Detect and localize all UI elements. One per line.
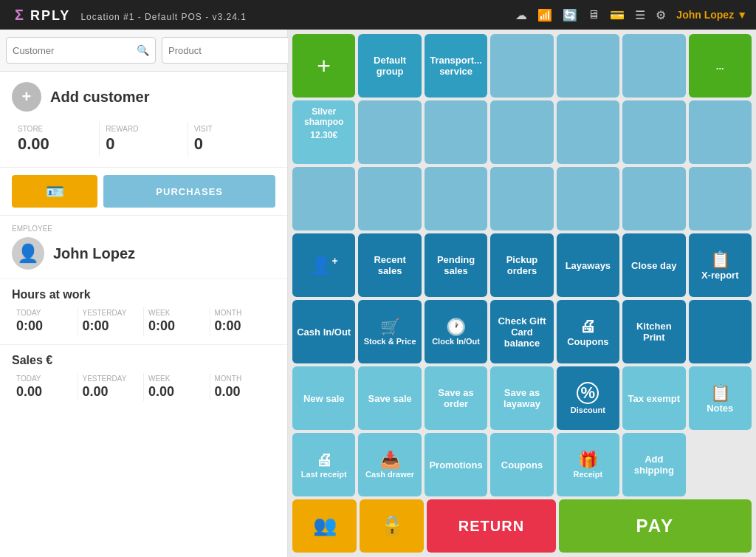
print-icon: 🖨 (580, 317, 596, 336)
tile-save-sale[interactable]: Save sale (358, 366, 421, 430)
wallet-icon[interactable]: 💳 (610, 8, 625, 22)
reward-label: REWARD (106, 125, 181, 133)
tile-empty-11 (358, 167, 421, 230)
sales-week-label: WEEK (148, 375, 205, 383)
tile-stock-price[interactable]: 🛒 Stock & Price (358, 300, 421, 363)
tile-empty-6 (490, 100, 553, 164)
signal-icon: 📶 (537, 8, 552, 22)
sales-title: Sales € (12, 354, 275, 367)
sales-month: MONTH 0.00 (210, 373, 276, 401)
add-customer-button[interactable]: + (12, 82, 41, 112)
tile-empty-3 (622, 34, 685, 98)
topbar-icons: ☁ 📶 🔄 🖥 💳 ☰ ⚙ John Lopez ▼ (515, 8, 747, 22)
tile-empty-1 (490, 34, 553, 98)
right-panel: + Default group Transport...service ... … (288, 30, 756, 557)
employee-section: EMPLOYEE 👤 John Lopez (0, 216, 287, 279)
tile-empty-10 (292, 167, 355, 230)
sales-today-value: 0.00 (16, 384, 73, 400)
tile-receipt-gift[interactable]: 🎁 Receipt (557, 433, 619, 496)
product-search-input[interactable] (168, 45, 292, 56)
customer-stats: STORE 0.00 REWARD 0 VISIT 0 (12, 122, 275, 157)
sales-month-value: 0.00 (215, 384, 272, 400)
lock-button[interactable]: 🔒 (360, 499, 424, 553)
add-customer-row: + Add customer (12, 82, 275, 112)
sales-month-label: MONTH (215, 375, 272, 383)
hours-section: Hours at work TODAY 0:00 YESTERDAY 0:00 … (0, 279, 287, 345)
grid-row-6: New sale Save sale Save as order Save as… (292, 366, 752, 430)
tile-discount[interactable]: % Discount (557, 366, 619, 430)
tile-close-day[interactable]: Close day (622, 233, 685, 297)
tile-save-as-layaway[interactable]: Save as layaway (490, 366, 553, 430)
logo: ΣRPLY Location #1 - Default POS - v3.24.… (9, 7, 247, 24)
clock-icon: 🕐 (446, 318, 466, 337)
tile-empty-5 (425, 100, 487, 164)
visit-stat: VISIT 0 (188, 122, 275, 157)
customer-info: + Add customer STORE 0.00 REWARD 0 VISIT… (0, 72, 287, 168)
pay-label: PAY (636, 516, 674, 536)
purchases-button[interactable]: PURCHASES (103, 175, 275, 208)
tile-cash-in-out[interactable]: Cash In/Out (292, 300, 355, 363)
grid-row-1: + Default group Transport...service ... (292, 34, 752, 98)
cloud-icon[interactable]: ☁ (515, 8, 527, 22)
tile-recent-sales[interactable]: Recent sales (358, 233, 421, 297)
sales-week: WEEK 0.00 (144, 373, 210, 401)
tile-transport-service[interactable]: Transport...service (425, 34, 487, 98)
tile-coupons-print[interactable]: 🖨 Coupons (557, 300, 619, 363)
tile-cash-drawer[interactable]: 📥 Cash drawer (358, 433, 421, 496)
tile-silver-shampoo[interactable]: Silver shampoo 12.30€ (292, 100, 355, 164)
tile-layaways[interactable]: Layaways (557, 233, 619, 297)
customer-search-box[interactable]: 🔍 (6, 37, 156, 64)
display-icon[interactable]: 🖥 (588, 8, 599, 21)
tile-default-group[interactable]: Default group (358, 34, 421, 98)
customers-button[interactable]: 👥 (292, 499, 357, 553)
avatar: 👤 (12, 237, 44, 270)
tile-x-report[interactable]: 📋 X-report (689, 233, 752, 297)
action-buttons: 🪪 PURCHASES (0, 168, 287, 216)
hours-yesterday-value: 0:00 (83, 318, 140, 334)
tile-check-gift-card[interactable]: Check Gift Card balance (490, 300, 553, 363)
cash-drawer-icon: 📥 (380, 451, 400, 470)
tile-more[interactable]: ... (689, 34, 752, 98)
id-button[interactable]: 🪪 (12, 175, 97, 208)
left-panel: 🔍 🔍 + Add customer STORE 0.00 REWARD 0 (0, 30, 288, 557)
sales-today-label: TODAY (16, 375, 73, 383)
tile-empty-9 (689, 100, 752, 164)
sales-yesterday-label: YESTERDAY (83, 375, 140, 383)
hours-month: MONTH 0:00 (210, 307, 276, 335)
customer-search-icon: 🔍 (137, 44, 149, 56)
tile-pending-sales[interactable]: Pending sales (425, 233, 487, 297)
tile-add[interactable]: + (292, 34, 355, 98)
x-report-icon: 📋 (710, 250, 730, 270)
return-button[interactable]: RETURN (427, 499, 555, 553)
tile-save-as-order[interactable]: Save as order (425, 366, 487, 430)
customer-search-input[interactable] (13, 45, 137, 56)
user-label[interactable]: John Lopez ▼ (676, 9, 747, 21)
receipt-gift-icon: 🎁 (578, 451, 598, 470)
tile-empty-15 (622, 167, 685, 230)
tile-notes[interactable]: 📋 Notes (689, 366, 752, 430)
tile-tax-exempt[interactable]: Tax exempt (622, 366, 685, 430)
tile-empty-13 (490, 167, 553, 230)
grid-row-5: Cash In/Out 🛒 Stock & Price 🕐 Clock In/O… (292, 300, 752, 363)
tile-add-user[interactable]: 👤+ (292, 233, 355, 297)
lock-icon: 🔒 (380, 514, 404, 537)
refresh-icon[interactable]: 🔄 (563, 8, 577, 22)
discount-icon: % (577, 382, 599, 404)
bottom-row: 👥 🔒 RETURN PAY (292, 499, 752, 553)
tile-promotions[interactable]: Promotions (425, 433, 487, 496)
tile-last-receipt[interactable]: 🖨 Last receipt (292, 433, 355, 496)
tile-new-sale[interactable]: New sale (292, 366, 355, 430)
customers-icon: 👥 (313, 514, 337, 537)
tile-pickup-orders[interactable]: Pickup orders (490, 233, 553, 297)
tile-clock-in-out[interactable]: 🕐 Clock In/Out (425, 300, 487, 363)
tile-coupons[interactable]: Coupons (490, 433, 553, 496)
tile-add-shipping[interactable]: Add shipping (622, 433, 685, 496)
hours-week-value: 0:00 (148, 318, 205, 334)
pay-button[interactable]: PAY (559, 499, 752, 553)
last-receipt-icon: 🖨 (316, 451, 332, 470)
tile-empty-16 (689, 167, 752, 230)
menu-icon[interactable]: ☰ (635, 8, 645, 22)
settings-icon[interactable]: ⚙ (656, 8, 666, 22)
tile-kitchen-print[interactable]: Kitchen Print (622, 300, 685, 363)
grid-row-7: 🖨 Last receipt 📥 Cash drawer Promotions … (292, 433, 752, 496)
